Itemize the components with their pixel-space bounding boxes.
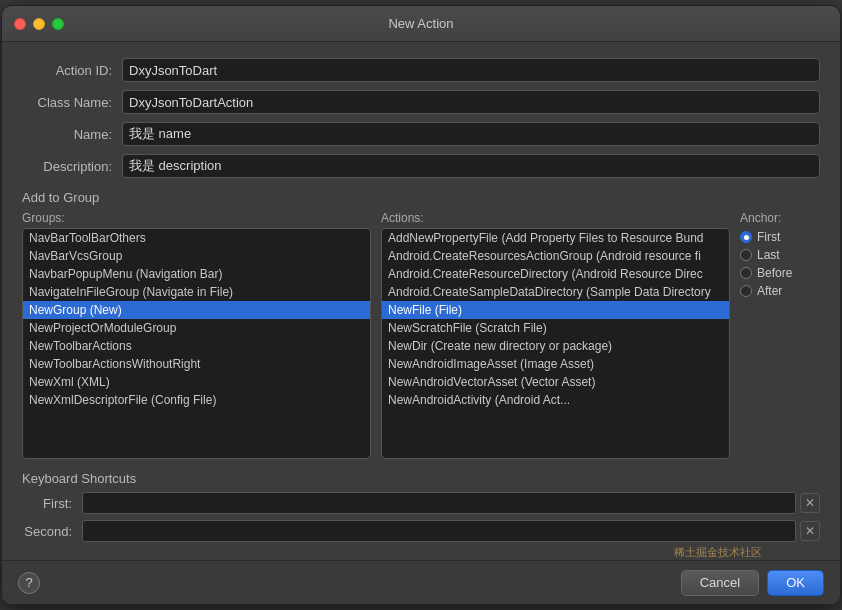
second-shortcut-label: Second: xyxy=(22,524,82,539)
name-label: Name: xyxy=(22,127,122,142)
anchor-option[interactable]: Last xyxy=(740,248,820,262)
groups-actions-row: Groups: NavBarToolBarOthersNavBarVcsGrou… xyxy=(22,211,820,459)
dialog-content: Action ID: Class Name: Name: Description… xyxy=(2,42,840,560)
action-list-item[interactable]: Android.CreateSampleDataDirectory (Sampl… xyxy=(382,283,729,301)
radio-button xyxy=(740,267,752,279)
radio-button xyxy=(740,231,752,243)
actions-panel: Actions: AddNewPropertyFile (Add Propert… xyxy=(381,211,730,459)
group-list-item[interactable]: NavbarPopupMenu (Navigation Bar) xyxy=(23,265,370,283)
action-list-item[interactable]: NewAndroidVectorAsset (Vector Asset) xyxy=(382,373,729,391)
actions-header: Actions: xyxy=(381,211,730,225)
action-id-label: Action ID: xyxy=(22,63,122,78)
groups-header: Groups: xyxy=(22,211,371,225)
radio-button xyxy=(740,285,752,297)
group-list-item[interactable]: NewToolbarActions xyxy=(23,337,370,355)
first-shortcut-row: First: ✕ xyxy=(22,492,820,514)
description-label: Description: xyxy=(22,159,122,174)
name-row: Name: xyxy=(22,122,820,146)
name-input[interactable] xyxy=(122,122,820,146)
anchor-option-label: First xyxy=(757,230,780,244)
anchor-option[interactable]: Before xyxy=(740,266,820,280)
dialog-window: New Action Action ID: Class Name: Name: … xyxy=(1,5,841,605)
bottom-buttons: Cancel OK xyxy=(681,570,824,596)
second-shortcut-row: Second: ✕ xyxy=(22,520,820,542)
group-list-item[interactable]: NavBarToolBarOthers xyxy=(23,229,370,247)
radio-button xyxy=(740,249,752,261)
second-shortcut-input[interactable] xyxy=(82,520,796,542)
close-button[interactable] xyxy=(14,18,26,30)
action-id-input[interactable] xyxy=(122,58,820,82)
help-button[interactable]: ? xyxy=(18,572,40,594)
actions-list[interactable]: AddNewPropertyFile (Add Property Files t… xyxy=(381,228,730,459)
keyboard-shortcuts-label: Keyboard Shortcuts xyxy=(22,471,820,486)
title-bar: New Action xyxy=(2,6,840,42)
minimize-button[interactable] xyxy=(33,18,45,30)
traffic-lights xyxy=(14,18,64,30)
action-list-item[interactable]: NewAndroidImageAsset (Image Asset) xyxy=(382,355,729,373)
description-row: Description: xyxy=(22,154,820,178)
groups-panel: Groups: NavBarToolBarOthersNavBarVcsGrou… xyxy=(22,211,371,459)
class-name-input[interactable] xyxy=(122,90,820,114)
first-shortcut-input[interactable] xyxy=(82,492,796,514)
group-list-item[interactable]: NewProjectOrModuleGroup xyxy=(23,319,370,337)
description-input[interactable] xyxy=(122,154,820,178)
first-shortcut-label: First: xyxy=(22,496,82,511)
anchor-option-label: After xyxy=(757,284,782,298)
first-shortcut-clear-button[interactable]: ✕ xyxy=(800,493,820,513)
action-list-item[interactable]: NewScratchFile (Scratch File) xyxy=(382,319,729,337)
anchor-option-label: Last xyxy=(757,248,780,262)
action-list-item[interactable]: NewAndroidActivity (Android Act... xyxy=(382,391,729,409)
bottom-bar: ? Cancel OK xyxy=(2,560,840,604)
action-list-item[interactable]: NewFile (File) xyxy=(382,301,729,319)
second-shortcut-clear-button[interactable]: ✕ xyxy=(800,521,820,541)
keyboard-shortcuts-section: Keyboard Shortcuts First: ✕ Second: ✕ xyxy=(22,471,820,548)
action-list-item[interactable]: Android.CreateResourcesActionGroup (Andr… xyxy=(382,247,729,265)
anchor-option-label: Before xyxy=(757,266,792,280)
class-name-label: Class Name: xyxy=(22,95,122,110)
cancel-button[interactable]: Cancel xyxy=(681,570,759,596)
class-name-row: Class Name: xyxy=(22,90,820,114)
group-list-item[interactable]: NavBarVcsGroup xyxy=(23,247,370,265)
group-list-item[interactable]: NavigateInFileGroup (Navigate in File) xyxy=(23,283,370,301)
action-list-item[interactable]: NewDir (Create new directory or package) xyxy=(382,337,729,355)
zoom-button[interactable] xyxy=(52,18,64,30)
anchor-header: Anchor: xyxy=(740,211,820,225)
group-list-item[interactable]: NewXml (XML) xyxy=(23,373,370,391)
group-list-item[interactable]: NewXmlDescriptorFile (Config File) xyxy=(23,391,370,409)
action-list-item[interactable]: AddNewPropertyFile (Add Property Files t… xyxy=(382,229,729,247)
anchor-options: FirstLastBeforeAfter xyxy=(740,228,820,298)
anchor-option[interactable]: After xyxy=(740,284,820,298)
window-title: New Action xyxy=(388,16,453,31)
anchor-option[interactable]: First xyxy=(740,230,820,244)
anchor-panel: Anchor: FirstLastBeforeAfter xyxy=(740,211,820,459)
groups-list[interactable]: NavBarToolBarOthersNavBarVcsGroupNavbarP… xyxy=(22,228,371,459)
ok-button[interactable]: OK xyxy=(767,570,824,596)
add-to-group-label: Add to Group xyxy=(22,190,820,205)
group-list-item[interactable]: NewGroup (New) xyxy=(23,301,370,319)
action-list-item[interactable]: Android.CreateResourceDirectory (Android… xyxy=(382,265,729,283)
group-list-item[interactable]: NewToolbarActionsWithoutRight xyxy=(23,355,370,373)
action-id-row: Action ID: xyxy=(22,58,820,82)
